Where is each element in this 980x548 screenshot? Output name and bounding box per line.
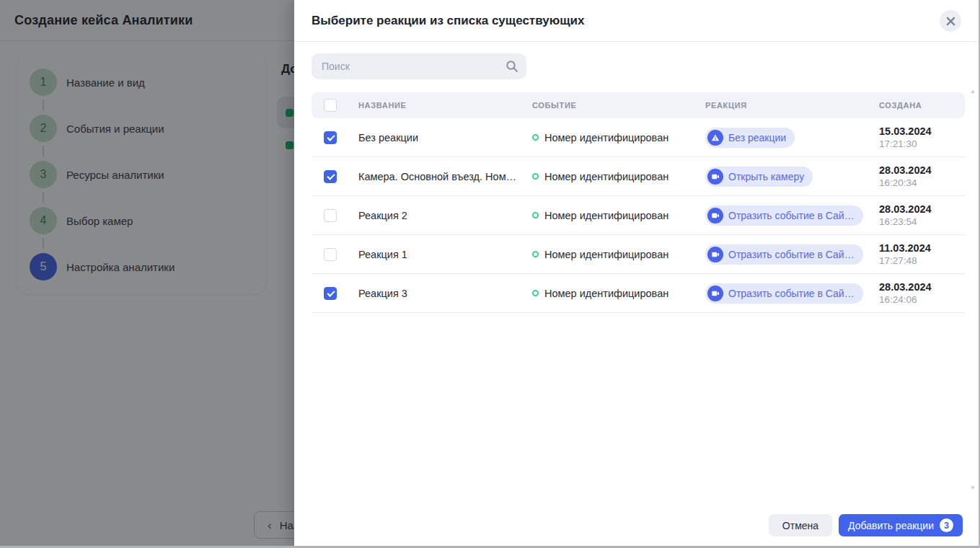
event-status-ring-icon [532,251,539,257]
modal-title: Выберите реакции из списка существующих [312,14,584,28]
reaction-badge-label: Отразить событие в Сай… [728,288,855,299]
event-name: Номер идентифицирован [544,288,668,299]
created-time: 17:21:30 [879,138,965,149]
row-checkbox[interactable] [324,209,337,222]
select-reactions-modal: Выберите реакции из списка существующих … [294,0,980,546]
search-icon [506,60,518,73]
reactions-table: НАЗВАНИЕ СОБЫТИЕ РЕАКЦИЯ СОЗДАНА Без реа… [312,92,965,313]
created-cell: 28.03.2024 16:24:06 [879,281,965,305]
created-date: 15.03.2024 [879,125,965,137]
scrollbar-up-arrow[interactable]: ▲ [970,88,976,94]
column-header-name: НАЗВАНИЕ [358,101,532,110]
reaction-badge-label: Отразить событие в Сай… [728,249,855,260]
event-cell: Номер идентифицирован [532,132,705,143]
select-all-checkbox[interactable] [324,99,337,112]
created-cell: 11.03.2024 17:27:48 [879,242,965,266]
scrollbar-down-arrow[interactable]: ▼ [970,485,976,491]
screen: Создание кейса Аналитики 1 Название и ви… [0,0,980,548]
close-icon [946,17,955,26]
event-name: Номер идентифицирован [544,132,668,143]
reaction-name: Реакция 1 [358,249,532,260]
event-name: Номер идентифицирован [544,171,668,182]
table-header-row: НАЗВАНИЕ СОБЫТИЕ РЕАКЦИЯ СОЗДАНА [312,92,965,118]
selected-count-badge: 3 [940,518,953,532]
event-cell: Номер идентифицирован [532,210,705,221]
table-row[interactable]: Камера. Основной въезд. Ном… Номер идент… [312,157,965,196]
modal-header: Выберите реакции из списка существующих [294,0,980,42]
reaction-badge: Открыть камеру [705,167,813,187]
created-cell: 15.03.2024 17:21:30 [879,125,965,149]
event-cell: Номер идентифицирован [532,171,705,182]
reaction-name: Без реакции [358,132,532,143]
event-status-ring-icon [532,134,539,141]
column-header-event: СОБЫТИЕ [532,101,705,110]
created-time: 16:24:06 [879,294,965,305]
reaction-badge-label: Открыть камеру [728,171,804,182]
reaction-badge: Отразить событие в Сай… [705,283,863,304]
reaction-badge: Без реакции [705,128,795,148]
add-reactions-button-label: Добавить реакции [848,520,934,531]
event-cell: Номер идентифицирован [532,288,705,299]
table-row[interactable]: Без реакции Номер идентифицирован Без ре… [312,118,965,157]
created-date: 28.03.2024 [879,164,965,176]
event-name: Номер идентифицирован [544,210,668,221]
event-name: Номер идентифицирован [544,249,668,260]
created-date: 28.03.2024 [879,281,965,293]
search-input[interactable] [312,53,526,79]
reaction-badge-label: Без реакции [728,132,786,143]
event-cell: Номер идентифицирован [532,249,705,260]
reaction-badge: Отразить событие в Сай… [705,206,863,226]
row-checkbox[interactable] [324,248,337,261]
created-cell: 28.03.2024 16:20:34 [879,164,965,188]
event-status-ring-icon [532,212,539,218]
modal-footer: Отмена Добавить реакции 3 [769,514,963,536]
table-rows: Без реакции Номер идентифицирован Без ре… [312,118,965,313]
column-header-reaction: РЕАКЦИЯ [705,101,879,110]
created-time: 16:23:54 [879,216,965,227]
reaction-name: Камера. Основной въезд. Ном… [358,171,532,182]
event-status-ring-icon [532,173,539,180]
table-row[interactable]: Реакция 1 Номер идентифицирован Отразить… [312,235,965,274]
reaction-badge: Отразить событие в Сай… [705,244,863,265]
reaction-name: Реакция 3 [358,288,532,299]
cancel-button[interactable]: Отмена [769,514,832,536]
table-row[interactable]: Реакция 3 Номер идентифицирован Отразить… [312,274,965,313]
add-reactions-button[interactable]: Добавить реакции 3 [839,514,963,536]
modal-body: НАЗВАНИЕ СОБЫТИЕ РЕАКЦИЯ СОЗДАНА Без реа… [294,42,980,313]
video-camera-icon [707,247,723,262]
created-time: 17:27:48 [879,255,965,266]
cancel-button-label: Отмена [782,520,818,531]
row-checkbox[interactable] [324,131,337,144]
created-date: 11.03.2024 [879,242,965,254]
row-checkbox[interactable] [324,170,337,183]
reaction-name: Реакция 2 [358,210,532,221]
alert-triangle-icon [707,130,723,146]
close-button[interactable] [940,10,961,32]
event-status-ring-icon [532,290,539,296]
search-field [312,53,526,79]
video-camera-icon [707,208,723,224]
column-header-created: СОЗДАНА [879,101,965,110]
created-cell: 28.03.2024 16:23:54 [879,203,965,227]
created-time: 16:20:34 [879,177,965,188]
reaction-badge-label: Отразить событие в Сай… [728,210,855,221]
video-camera-icon [707,286,723,301]
created-date: 28.03.2024 [879,203,965,215]
row-checkbox[interactable] [324,287,337,300]
table-row[interactable]: Реакция 2 Номер идентифицирован Отразить… [312,196,965,235]
video-camera-icon [707,169,723,185]
